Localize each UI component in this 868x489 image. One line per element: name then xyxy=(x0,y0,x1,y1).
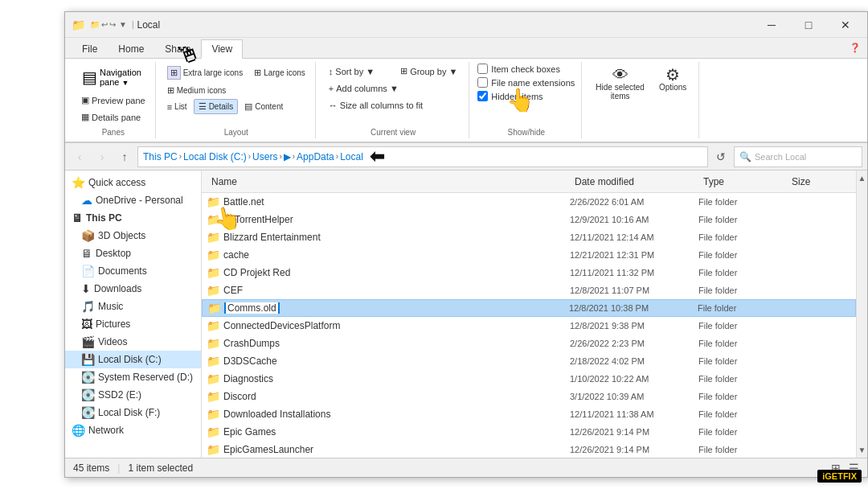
navigation-pane-button[interactable]: ▤ Navigation pane ▼ xyxy=(76,64,147,91)
quick-access-arrow[interactable]: ▼ xyxy=(119,20,127,29)
edit-box[interactable]: Comms.old xyxy=(224,302,280,314)
sidebar-item-this-pc[interactable]: 🖥 This PC xyxy=(65,209,201,227)
sidebar-item-desktop[interactable]: 🖥 Desktop xyxy=(65,244,201,262)
minimize-button[interactable]: ─ xyxy=(753,12,790,38)
add-columns-button[interactable]: + Add columns ▼ xyxy=(324,81,463,96)
file-row[interactable]: 📁Battle.net2/26/2022 6:01 AMFile folder xyxy=(202,193,856,211)
sidebar-item-ssd2[interactable]: 💽 SSD2 (E:) xyxy=(65,386,201,404)
sidebar-item-documents[interactable]: 📄 Documents xyxy=(65,262,201,280)
file-row[interactable]: 📁Discord3/1/2022 10:39 AMFile folder xyxy=(202,388,856,405)
quick-access-label: Quick access xyxy=(88,177,145,188)
scrollbar-area[interactable]: ▲ ▼ xyxy=(856,171,867,458)
file-name: Downloaded Installations xyxy=(223,409,570,420)
tab-home[interactable]: Home xyxy=(108,39,154,58)
sidebar-item-onedrive[interactable]: ☁ OneDrive - Personal xyxy=(65,191,201,209)
large-icons-button[interactable]: ⊞ Large icons xyxy=(249,64,310,82)
local-disk-c-label: Local Disk (C:) xyxy=(98,354,162,365)
details-button[interactable]: ☰ Details xyxy=(194,99,239,114)
breadcrumb-local: Local xyxy=(340,151,363,162)
sidebar-item-downloads[interactable]: ⬇ Downloads xyxy=(65,280,201,298)
sidebar-item-3d-objects[interactable]: 📦 3D Objects xyxy=(65,227,201,244)
file-name: Epic Games xyxy=(223,426,570,438)
scroll-down-arrow[interactable]: ▼ xyxy=(858,446,866,454)
col-type-header[interactable]: Type xyxy=(698,176,787,187)
hidden-items-input[interactable] xyxy=(477,91,488,101)
extra-large-icons-button[interactable]: ⊞ Extra large icons xyxy=(162,64,248,82)
current-view-group-label: Current view xyxy=(324,125,463,137)
file-name: BitTorrentHelper xyxy=(223,214,570,225)
preview-pane-label: Preview pane xyxy=(92,96,145,105)
tab-share[interactable]: Share xyxy=(154,39,201,58)
file-row[interactable]: 📁Comms.old12/8/2021 10:38 PMFile folder xyxy=(202,299,856,317)
close-button[interactable]: ✕ xyxy=(827,12,864,38)
file-date: 1/10/2022 10:22 AM xyxy=(570,374,698,384)
file-name-extensions-checkbox[interactable]: File name extensions xyxy=(477,77,575,88)
file-row[interactable]: 📁CEF12/8/2021 11:07 PMFile folder xyxy=(202,281,856,299)
file-row[interactable]: 📁cache12/21/2021 12:31 PMFile folder xyxy=(202,246,856,264)
sidebar-item-pictures[interactable]: 🖼 Pictures xyxy=(65,315,201,333)
size-all-columns-button[interactable]: ↔ Size all columns to fit xyxy=(324,98,463,113)
col-name-header[interactable]: Name xyxy=(207,176,570,187)
file-row[interactable]: 📁Epic Games12/26/2021 9:14 PMFile folder xyxy=(202,423,856,441)
breadcrumb[interactable]: This PC › Local Disk (C:) › Users › ▶ › … xyxy=(137,146,708,167)
sidebar-item-local-disk-f[interactable]: 💽 Local Disk (F:) xyxy=(65,404,201,421)
file-type: File folder xyxy=(698,445,787,454)
tab-file[interactable]: File xyxy=(72,39,108,58)
file-row[interactable]: 📁CrashDumps2/26/2022 2:23 PMFile folder xyxy=(202,335,856,352)
help-icon[interactable]: ❓ xyxy=(850,43,867,53)
hidden-items-checkbox[interactable]: Hidden items xyxy=(477,91,575,101)
details-pane-button[interactable]: ▦ Details pane xyxy=(76,109,145,125)
group-by-button[interactable]: ⊞ Group by ▼ xyxy=(395,64,462,79)
sidebar-item-system-reserved[interactable]: 💽 System Reserved (D:) xyxy=(65,368,201,386)
sidebar-item-network[interactable]: 🌐 Network xyxy=(65,421,201,439)
file-list-header[interactable]: Name Date modified Type Size xyxy=(202,171,856,193)
refresh-button[interactable]: ↺ xyxy=(711,147,731,166)
back-button[interactable]: ‹ xyxy=(70,147,89,166)
file-name: ConnectedDevicesPlatform xyxy=(223,320,570,331)
col-size-header[interactable]: Size xyxy=(787,176,851,187)
ssd2-label: SSD2 (E:) xyxy=(98,389,141,401)
file-row[interactable]: 📁Diagnostics1/10/2022 10:22 AMFile folde… xyxy=(202,370,856,388)
up-button[interactable]: ↑ xyxy=(115,147,134,166)
file-row[interactable]: 📁D3DSCache2/18/2022 4:02 PMFile folder xyxy=(202,352,856,370)
options-label: Options xyxy=(659,83,686,92)
file-name: cache xyxy=(223,249,570,261)
tab-view[interactable]: View xyxy=(201,39,243,59)
file-row[interactable]: 📁Blizzard Entertainment12/11/2021 12:14 … xyxy=(202,228,856,246)
hide-selected-label: Hide selecteditems xyxy=(596,83,645,101)
breadcrumb-user: ▶ xyxy=(284,151,291,162)
system-reserved-label: System Reserved (D:) xyxy=(98,372,193,383)
folder-icon: 📁 xyxy=(207,425,220,438)
file-row[interactable]: 📁EpicGamesLauncher12/26/2021 9:14 PMFile… xyxy=(202,441,856,458)
search-box[interactable]: 🔍 Search Local xyxy=(734,146,862,167)
scroll-up-arrow[interactable]: ▲ xyxy=(858,174,866,183)
sidebar-item-local-disk-c[interactable]: 💾 Local Disk (C:) xyxy=(65,351,201,368)
list-button[interactable]: ≡ List xyxy=(162,99,192,114)
file-type: File folder xyxy=(698,427,787,437)
file-type: File folder xyxy=(698,409,787,419)
folder-icon: 📁 xyxy=(207,284,220,297)
hide-selected-items-button[interactable]: 👁 Hide selecteditems xyxy=(590,64,650,137)
item-check-boxes-input[interactable] xyxy=(477,64,488,74)
file-row[interactable]: 📁ConnectedDevicesPlatform12/8/2021 9:38 … xyxy=(202,317,856,335)
sidebar-item-videos[interactable]: 🎬 Videos xyxy=(65,333,201,351)
maximize-button[interactable]: □ xyxy=(790,12,827,38)
sort-by-button[interactable]: ↕ Sort by ▼ xyxy=(324,64,379,79)
file-name: EpicGamesLauncher xyxy=(223,444,570,455)
sidebar-item-quick-access[interactable]: ⭐ Quick access xyxy=(65,174,201,191)
sidebar-item-music[interactable]: 🎵 Music xyxy=(65,298,201,315)
item-check-boxes-checkbox[interactable]: Item check boxes xyxy=(477,64,575,74)
preview-pane-button[interactable]: ▣ Preview pane xyxy=(76,92,150,108)
file-row[interactable]: 📁CD Projekt Red12/11/2021 11:32 PMFile f… xyxy=(202,264,856,281)
content-button[interactable]: ▤ Content xyxy=(240,99,288,114)
file-row[interactable]: 📁BitTorrentHelper12/9/2021 10:16 AMFile … xyxy=(202,211,856,228)
medium-icons-button[interactable]: ⊞ Medium icons xyxy=(162,83,231,98)
network-label: Network xyxy=(88,425,124,436)
ribbon-group-show-hide: Item check boxes File name extensions Hi… xyxy=(471,62,582,138)
options-button[interactable]: ⚙ Options xyxy=(653,64,692,137)
forward-button[interactable]: › xyxy=(92,147,112,166)
sort-by-icon: ↕ xyxy=(329,67,334,76)
file-row[interactable]: 📁Downloaded Installations12/11/2021 11:3… xyxy=(202,405,856,423)
file-name-extensions-input[interactable] xyxy=(477,77,488,88)
col-date-header[interactable]: Date modified xyxy=(570,176,698,187)
